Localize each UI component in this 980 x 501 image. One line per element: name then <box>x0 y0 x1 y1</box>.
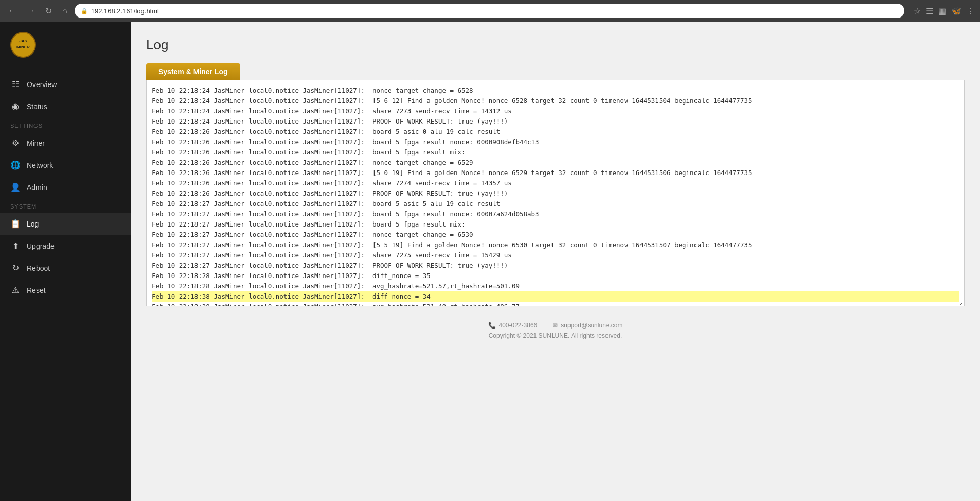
miner-icon: ⚙ <box>10 138 21 148</box>
app-layout: JAS MINER ☷ Overview ◉ Status SETTINGS ⚙… <box>0 22 980 501</box>
sidebar-item-upgrade[interactable]: ⬆ Upgrade <box>0 235 131 257</box>
sidebar-label-reboot: Reboot <box>27 264 50 272</box>
log-line: Feb 10 22:18:24 JasMiner local0.notice J… <box>152 96 959 106</box>
tab-icon[interactable]: ▦ <box>938 6 946 16</box>
reading-list-icon[interactable]: ☰ <box>926 6 933 16</box>
address-bar[interactable]: 🔒 192.168.2.161/log.html <box>75 4 904 18</box>
log-line: Feb 10 22:18:24 JasMiner local0.notice J… <box>152 85 959 96</box>
footer-contact: 📞 400-022-3866 ✉ support@sunlune.com <box>156 322 954 329</box>
bookmark-icon[interactable]: ☆ <box>914 6 921 16</box>
svg-text:JAS: JAS <box>19 39 27 43</box>
log-line: Feb 10 22:18:26 JasMiner local0.notice J… <box>152 178 959 188</box>
sidebar-label-status: Status <box>27 102 47 111</box>
sidebar-item-status[interactable]: ◉ Status <box>0 95 131 117</box>
log-line: Feb 10 22:18:27 JasMiner local0.notice J… <box>152 209 959 219</box>
footer-email: ✉ support@sunlune.com <box>553 322 622 329</box>
back-button[interactable]: ← <box>5 4 20 18</box>
settings-section-label: SETTINGS <box>0 117 131 132</box>
sidebar-item-log[interactable]: 📋 Log <box>0 213 131 235</box>
log-line: Feb 10 22:18:26 JasMiner local0.notice J… <box>152 127 959 137</box>
log-line: Feb 10 22:18:26 JasMiner local0.notice J… <box>152 147 959 158</box>
lock-icon: 🔒 <box>81 8 88 14</box>
tab-system-miner-log[interactable]: System & Miner Log <box>146 63 240 80</box>
email-icon: ✉ <box>553 322 558 329</box>
log-line: Feb 10 22:18:26 JasMiner local0.notice J… <box>152 168 959 178</box>
sidebar-label-reset: Reset <box>27 286 46 295</box>
overview-icon: ☷ <box>10 79 21 89</box>
log-line: Feb 10 22:18:27 JasMiner local0.notice J… <box>152 240 959 250</box>
log-line: Feb 10 22:18:27 JasMiner local0.notice J… <box>152 219 959 230</box>
log-container[interactable]: Feb 10 22:18:24 JasMiner local0.notice J… <box>146 80 965 306</box>
browser-chrome: ← → ↻ ⌂ 🔒 192.168.2.161/log.html ☆ ☰ ▦ 🦋… <box>0 0 980 22</box>
footer-phone: 📞 400-022-3866 <box>488 322 538 329</box>
log-line: Feb 10 22:18:26 JasMiner local0.notice J… <box>152 188 959 199</box>
page-title: Log <box>146 37 965 53</box>
sidebar-label-upgrade: Upgrade <box>27 242 55 250</box>
sidebar-item-overview[interactable]: ☷ Overview <box>0 73 131 95</box>
home-button[interactable]: ⌂ <box>59 4 70 18</box>
reboot-icon: ↻ <box>10 263 21 273</box>
log-line: Feb 10 22:18:28 JasMiner local0.notice J… <box>152 271 959 281</box>
svg-text:MINER: MINER <box>16 45 30 49</box>
log-line: Feb 10 22:18:38 JasMiner local0.notice J… <box>152 302 959 306</box>
log-line: Feb 10 22:18:24 JasMiner local0.notice J… <box>152 106 959 116</box>
sidebar-item-reboot[interactable]: ↻ Reboot <box>0 257 131 279</box>
log-line: Feb 10 22:18:27 JasMiner local0.notice J… <box>152 261 959 271</box>
reload-button[interactable]: ↻ <box>42 4 55 18</box>
log-icon: 📋 <box>10 219 21 229</box>
log-line: Feb 10 22:18:27 JasMiner local0.notice J… <box>152 250 959 261</box>
log-line: Feb 10 22:18:26 JasMiner local0.notice J… <box>152 137 959 147</box>
logo-area: JAS MINER <box>0 22 131 73</box>
sidebar-item-network[interactable]: 🌐 Network <box>0 154 131 176</box>
tab-bar: System & Miner Log <box>146 63 965 80</box>
log-line: Feb 10 22:18:24 JasMiner local0.notice J… <box>152 116 959 127</box>
footer: 📞 400-022-3866 ✉ support@sunlune.com Cop… <box>146 306 965 350</box>
url-text: 192.168.2.161/log.html <box>91 7 159 15</box>
sidebar-item-reset[interactable]: ⚠ Reset <box>0 279 131 301</box>
log-line: Feb 10 22:18:28 JasMiner local0.notice J… <box>152 281 959 291</box>
phone-icon: 📞 <box>488 322 496 329</box>
log-line: Feb 10 22:18:26 JasMiner local0.notice J… <box>152 158 959 168</box>
log-line: Feb 10 22:18:27 JasMiner local0.notice J… <box>152 199 959 209</box>
menu-icon[interactable]: ⋮ <box>967 6 975 16</box>
system-section-label: SYSTEM <box>0 198 131 213</box>
admin-icon: 👤 <box>10 182 21 192</box>
sidebar-label-overview: Overview <box>27 80 57 89</box>
sidebar-label-miner: Miner <box>27 139 45 147</box>
sidebar-item-admin[interactable]: 👤 Admin <box>0 176 131 198</box>
main-content: Log System & Miner Log Feb 10 22:18:24 J… <box>131 22 980 501</box>
browser-toolbar-icons: ☆ ☰ ▦ 🦋 ⋮ <box>908 6 975 16</box>
forward-button[interactable]: → <box>24 4 38 18</box>
sidebar-label-log: Log <box>27 220 39 228</box>
sidebar-label-network: Network <box>27 161 53 169</box>
status-icon: ◉ <box>10 101 21 111</box>
log-line: Feb 10 22:18:27 JasMiner local0.notice J… <box>152 230 959 240</box>
sidebar: JAS MINER ☷ Overview ◉ Status SETTINGS ⚙… <box>0 22 131 501</box>
sidebar-label-admin: Admin <box>27 183 47 192</box>
network-icon: 🌐 <box>10 160 21 170</box>
reset-icon: ⚠ <box>10 285 21 295</box>
footer-copyright: Copyright © 2021 SUNLUNE. All rights res… <box>156 332 954 339</box>
upgrade-icon: ⬆ <box>10 241 21 251</box>
jasminer-logo: JAS MINER <box>10 32 36 58</box>
sidebar-item-miner[interactable]: ⚙ Miner <box>0 132 131 154</box>
log-line: Feb 10 22:18:38 JasMiner local0.notice J… <box>152 291 959 302</box>
butterfly-icon[interactable]: 🦋 <box>951 6 961 16</box>
